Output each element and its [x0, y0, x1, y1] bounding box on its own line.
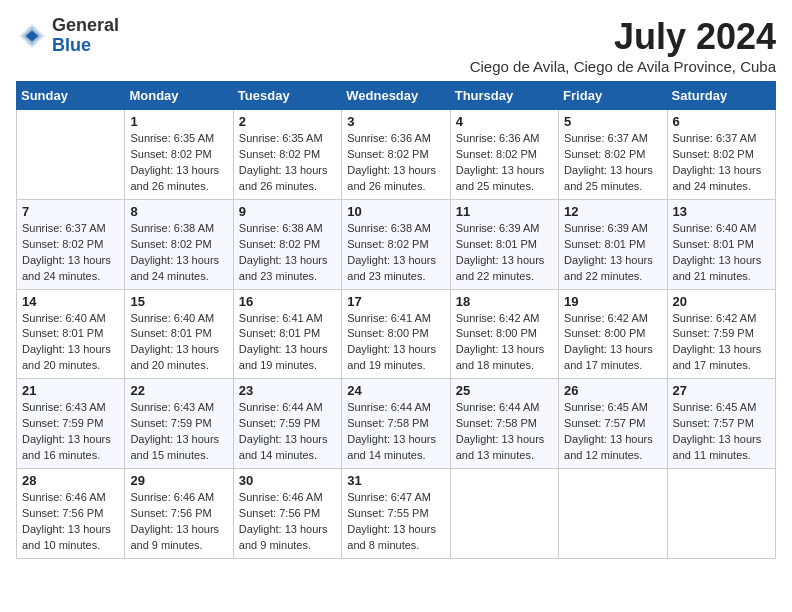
logo-text: General Blue — [52, 16, 119, 56]
day-number: 12 — [564, 204, 661, 219]
subtitle: Ciego de Avila, Ciego de Avila Province,… — [470, 58, 776, 75]
day-detail: Sunrise: 6:40 AMSunset: 8:01 PMDaylight:… — [22, 311, 119, 375]
day-detail: Sunrise: 6:42 AMSunset: 7:59 PMDaylight:… — [673, 311, 770, 375]
day-detail: Sunrise: 6:44 AMSunset: 7:58 PMDaylight:… — [456, 400, 553, 464]
day-cell: 4Sunrise: 6:36 AMSunset: 8:02 PMDaylight… — [450, 110, 558, 200]
week-row-2: 7Sunrise: 6:37 AMSunset: 8:02 PMDaylight… — [17, 199, 776, 289]
day-number: 6 — [673, 114, 770, 129]
day-detail: Sunrise: 6:46 AMSunset: 7:56 PMDaylight:… — [239, 490, 336, 554]
day-cell: 18Sunrise: 6:42 AMSunset: 8:00 PMDayligh… — [450, 289, 558, 379]
week-row-3: 14Sunrise: 6:40 AMSunset: 8:01 PMDayligh… — [17, 289, 776, 379]
day-detail: Sunrise: 6:35 AMSunset: 8:02 PMDaylight:… — [239, 131, 336, 195]
day-cell: 24Sunrise: 6:44 AMSunset: 7:58 PMDayligh… — [342, 379, 450, 469]
week-row-1: 1Sunrise: 6:35 AMSunset: 8:02 PMDaylight… — [17, 110, 776, 200]
day-cell — [450, 469, 558, 559]
day-detail: Sunrise: 6:37 AMSunset: 8:02 PMDaylight:… — [673, 131, 770, 195]
day-number: 15 — [130, 294, 227, 309]
day-cell: 10Sunrise: 6:38 AMSunset: 8:02 PMDayligh… — [342, 199, 450, 289]
day-number: 26 — [564, 383, 661, 398]
day-cell: 31Sunrise: 6:47 AMSunset: 7:55 PMDayligh… — [342, 469, 450, 559]
day-number: 19 — [564, 294, 661, 309]
day-detail: Sunrise: 6:39 AMSunset: 8:01 PMDaylight:… — [564, 221, 661, 285]
day-number: 1 — [130, 114, 227, 129]
logo-blue: Blue — [52, 36, 119, 56]
title-block: July 2024 Ciego de Avila, Ciego de Avila… — [470, 16, 776, 75]
day-detail: Sunrise: 6:43 AMSunset: 7:59 PMDaylight:… — [130, 400, 227, 464]
day-number: 2 — [239, 114, 336, 129]
day-number: 11 — [456, 204, 553, 219]
day-cell — [559, 469, 667, 559]
day-detail: Sunrise: 6:36 AMSunset: 8:02 PMDaylight:… — [347, 131, 444, 195]
day-number: 4 — [456, 114, 553, 129]
day-detail: Sunrise: 6:44 AMSunset: 7:58 PMDaylight:… — [347, 400, 444, 464]
day-cell: 16Sunrise: 6:41 AMSunset: 8:01 PMDayligh… — [233, 289, 341, 379]
day-detail: Sunrise: 6:38 AMSunset: 8:02 PMDaylight:… — [130, 221, 227, 285]
day-number: 21 — [22, 383, 119, 398]
header-cell-saturday: Saturday — [667, 82, 775, 110]
day-number: 7 — [22, 204, 119, 219]
day-detail: Sunrise: 6:38 AMSunset: 8:02 PMDaylight:… — [347, 221, 444, 285]
day-detail: Sunrise: 6:41 AMSunset: 8:01 PMDaylight:… — [239, 311, 336, 375]
logo-icon — [16, 20, 48, 52]
logo-general: General — [52, 16, 119, 36]
day-number: 30 — [239, 473, 336, 488]
day-number: 8 — [130, 204, 227, 219]
day-cell: 3Sunrise: 6:36 AMSunset: 8:02 PMDaylight… — [342, 110, 450, 200]
day-detail: Sunrise: 6:41 AMSunset: 8:00 PMDaylight:… — [347, 311, 444, 375]
day-number: 16 — [239, 294, 336, 309]
day-cell: 6Sunrise: 6:37 AMSunset: 8:02 PMDaylight… — [667, 110, 775, 200]
day-number: 25 — [456, 383, 553, 398]
day-cell: 8Sunrise: 6:38 AMSunset: 8:02 PMDaylight… — [125, 199, 233, 289]
day-cell: 9Sunrise: 6:38 AMSunset: 8:02 PMDaylight… — [233, 199, 341, 289]
day-detail: Sunrise: 6:43 AMSunset: 7:59 PMDaylight:… — [22, 400, 119, 464]
day-number: 14 — [22, 294, 119, 309]
week-row-4: 21Sunrise: 6:43 AMSunset: 7:59 PMDayligh… — [17, 379, 776, 469]
logo: General Blue — [16, 16, 119, 56]
header-row: SundayMondayTuesdayWednesdayThursdayFrid… — [17, 82, 776, 110]
day-cell: 30Sunrise: 6:46 AMSunset: 7:56 PMDayligh… — [233, 469, 341, 559]
day-cell — [667, 469, 775, 559]
header-cell-friday: Friday — [559, 82, 667, 110]
day-number: 29 — [130, 473, 227, 488]
calendar-table: SundayMondayTuesdayWednesdayThursdayFrid… — [16, 81, 776, 559]
day-cell: 5Sunrise: 6:37 AMSunset: 8:02 PMDaylight… — [559, 110, 667, 200]
day-number: 3 — [347, 114, 444, 129]
day-detail: Sunrise: 6:37 AMSunset: 8:02 PMDaylight:… — [564, 131, 661, 195]
day-detail: Sunrise: 6:42 AMSunset: 8:00 PMDaylight:… — [456, 311, 553, 375]
day-detail: Sunrise: 6:45 AMSunset: 7:57 PMDaylight:… — [564, 400, 661, 464]
day-detail: Sunrise: 6:40 AMSunset: 8:01 PMDaylight:… — [673, 221, 770, 285]
day-cell: 21Sunrise: 6:43 AMSunset: 7:59 PMDayligh… — [17, 379, 125, 469]
day-cell: 28Sunrise: 6:46 AMSunset: 7:56 PMDayligh… — [17, 469, 125, 559]
day-cell: 7Sunrise: 6:37 AMSunset: 8:02 PMDaylight… — [17, 199, 125, 289]
day-cell: 29Sunrise: 6:46 AMSunset: 7:56 PMDayligh… — [125, 469, 233, 559]
header-cell-monday: Monday — [125, 82, 233, 110]
day-cell: 27Sunrise: 6:45 AMSunset: 7:57 PMDayligh… — [667, 379, 775, 469]
day-detail: Sunrise: 6:36 AMSunset: 8:02 PMDaylight:… — [456, 131, 553, 195]
calendar-header: SundayMondayTuesdayWednesdayThursdayFrid… — [17, 82, 776, 110]
day-number: 18 — [456, 294, 553, 309]
day-detail: Sunrise: 6:35 AMSunset: 8:02 PMDaylight:… — [130, 131, 227, 195]
day-cell: 11Sunrise: 6:39 AMSunset: 8:01 PMDayligh… — [450, 199, 558, 289]
day-cell: 13Sunrise: 6:40 AMSunset: 8:01 PMDayligh… — [667, 199, 775, 289]
day-detail: Sunrise: 6:44 AMSunset: 7:59 PMDaylight:… — [239, 400, 336, 464]
day-detail: Sunrise: 6:46 AMSunset: 7:56 PMDaylight:… — [22, 490, 119, 554]
day-cell: 22Sunrise: 6:43 AMSunset: 7:59 PMDayligh… — [125, 379, 233, 469]
day-number: 28 — [22, 473, 119, 488]
day-number: 23 — [239, 383, 336, 398]
day-number: 22 — [130, 383, 227, 398]
day-number: 27 — [673, 383, 770, 398]
day-number: 5 — [564, 114, 661, 129]
day-cell: 19Sunrise: 6:42 AMSunset: 8:00 PMDayligh… — [559, 289, 667, 379]
day-detail: Sunrise: 6:46 AMSunset: 7:56 PMDaylight:… — [130, 490, 227, 554]
day-cell: 23Sunrise: 6:44 AMSunset: 7:59 PMDayligh… — [233, 379, 341, 469]
day-number: 9 — [239, 204, 336, 219]
day-cell: 17Sunrise: 6:41 AMSunset: 8:00 PMDayligh… — [342, 289, 450, 379]
main-title: July 2024 — [470, 16, 776, 58]
day-detail: Sunrise: 6:45 AMSunset: 7:57 PMDaylight:… — [673, 400, 770, 464]
day-number: 10 — [347, 204, 444, 219]
header: General Blue July 2024 Ciego de Avila, C… — [16, 16, 776, 75]
day-cell: 15Sunrise: 6:40 AMSunset: 8:01 PMDayligh… — [125, 289, 233, 379]
header-cell-tuesday: Tuesday — [233, 82, 341, 110]
day-detail: Sunrise: 6:37 AMSunset: 8:02 PMDaylight:… — [22, 221, 119, 285]
day-number: 20 — [673, 294, 770, 309]
